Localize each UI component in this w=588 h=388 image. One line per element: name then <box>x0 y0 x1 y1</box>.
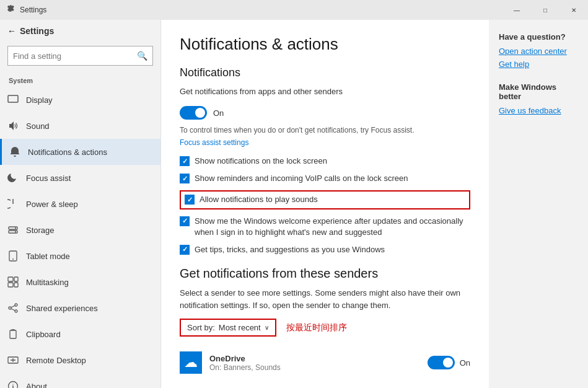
sound-icon <box>7 120 19 131</box>
svg-point-12 <box>9 307 11 309</box>
focus-label: Focus assist <box>26 174 71 183</box>
sidebar-item-sound[interactable]: Sound <box>0 113 160 139</box>
sounds-label: Allow notifications to play sounds <box>200 194 318 205</box>
get-notif-row: Get notifications from apps and other se… <box>180 87 470 100</box>
display-icon <box>7 94 19 105</box>
checkboxes-container: ✓ Show notifications on the lock screen … <box>180 156 470 255</box>
tips-label: Get tips, tricks, and suggestions as you… <box>195 244 385 255</box>
page-title: Notifications & actions <box>180 35 470 54</box>
dropdown-arrow-icon: ∨ <box>265 324 269 331</box>
sort-by-label: Sort by: <box>187 323 215 332</box>
notifications-toggle[interactable] <box>180 106 207 120</box>
svg-rect-0 <box>8 95 18 102</box>
system-label: System <box>0 72 160 87</box>
checkbox-icon-lock-screen[interactable]: ✓ <box>180 156 190 166</box>
voip-label: Show reminders and incoming VoIP calls o… <box>195 173 408 184</box>
remote-label: Remote Desktop <box>26 356 86 365</box>
svg-rect-8 <box>8 283 13 287</box>
sort-dropdown[interactable]: Sort by: Most recent ∨ <box>180 319 276 337</box>
notifications-label: Notifications & actions <box>28 148 107 157</box>
storage-label: Storage <box>26 226 55 235</box>
sidebar-item-focus[interactable]: Focus assist <box>0 165 160 191</box>
sidebar-item-notifications[interactable]: Notifications & actions <box>0 139 160 165</box>
svg-rect-7 <box>8 277 13 281</box>
svg-point-3 <box>15 227 16 229</box>
sender-toggle-thumb <box>443 358 453 368</box>
give-feedback-link[interactable]: Give us feedback <box>499 106 578 115</box>
checkbox-icon-voip[interactable]: ✓ <box>180 174 190 183</box>
sidebar-item-about[interactable]: About <box>0 373 160 388</box>
rp-divider <box>499 73 578 82</box>
get-notif-label: Get notifications from apps and other se… <box>180 87 470 96</box>
sidebar-item-display[interactable]: Display <box>0 87 160 113</box>
main-content: Notifications & actions Notifications Ge… <box>161 20 489 388</box>
svg-rect-14 <box>10 330 16 338</box>
sender-onedrive-row[interactable]: ☁ OneDrive On: Banners, Sounds On <box>180 345 470 380</box>
senders-hint: Select a sender to see more settings. So… <box>180 287 470 311</box>
clipboard-label: Clipboard <box>26 330 61 339</box>
sidebar-item-tablet[interactable]: Tablet mode <box>0 243 160 269</box>
multitasking-label: Multitasking <box>26 278 69 287</box>
checkbox-voip[interactable]: ✓ Show reminders and incoming VoIP calls… <box>180 173 470 184</box>
power-icon <box>7 198 19 209</box>
open-action-center-link[interactable]: Open action center <box>499 46 578 56</box>
minimize-button[interactable]: — <box>502 0 531 20</box>
sidebar-item-power[interactable]: Power & sleep <box>0 191 160 217</box>
checkbox-icon-tips[interactable]: ✓ <box>180 245 190 255</box>
checkbox-icon-sounds[interactable]: ✓ <box>185 195 195 205</box>
checkbox-lock-screen[interactable]: ✓ Show notifications on the lock screen <box>180 156 470 167</box>
maximize-button[interactable]: □ <box>531 0 559 20</box>
close-button[interactable]: ✕ <box>559 0 588 20</box>
shared-label: Shared experiences <box>26 304 98 313</box>
titlebar-left: Settings <box>0 5 46 15</box>
titlebar-title: Settings <box>20 6 46 14</box>
svg-point-11 <box>15 304 17 306</box>
storage-icon <box>7 224 19 236</box>
power-label: Power & sleep <box>26 200 78 209</box>
right-panel: Have a question? Open action center Get … <box>489 20 588 388</box>
tablet-label: Tablet mode <box>26 252 70 261</box>
checkbox-welcome[interactable]: ✓ Show me the Windows welcome experience… <box>180 216 470 238</box>
settings-app-icon <box>5 5 15 15</box>
checkbox-sounds[interactable]: ✓ Allow notifications to play sounds <box>185 194 465 205</box>
checkbox-tips[interactable]: ✓ Get tips, tricks, and suggestions as y… <box>180 244 470 255</box>
sidebar-back-button[interactable]: ← Settings <box>0 20 160 42</box>
search-box[interactable]: 🔍 <box>7 46 153 66</box>
lock-screen-label: Show notifications on the lock screen <box>195 156 327 167</box>
display-label: Display <box>26 95 53 105</box>
multitask-icon <box>7 276 19 288</box>
sender-toggle[interactable] <box>428 356 455 369</box>
search-input[interactable] <box>13 51 133 61</box>
sound-label: Sound <box>26 121 50 131</box>
svg-point-13 <box>15 310 17 312</box>
svg-rect-10 <box>14 283 18 287</box>
sidebar-item-clipboard[interactable]: Clipboard <box>0 321 160 347</box>
remote-icon <box>7 355 19 366</box>
annotation-sort: 按最近时间排序 <box>286 322 347 333</box>
sender-toggle-row[interactable]: On <box>428 356 470 369</box>
about-label: About <box>26 382 47 389</box>
sidebar: ← Settings 🔍 System Display Sound Notifi… <box>0 20 161 388</box>
back-icon: ← <box>7 26 16 36</box>
rp-make-better-title: Make Windows better <box>499 82 578 101</box>
focus-assist-link[interactable]: Focus assist settings <box>180 138 248 147</box>
clipboard-icon <box>7 328 19 340</box>
rp-question-title: Have a question? <box>499 32 578 42</box>
bell-icon <box>9 146 20 157</box>
sidebar-item-storage[interactable]: Storage <box>0 217 160 243</box>
moon-icon <box>7 172 19 183</box>
get-help-link[interactable]: Get help <box>499 60 578 69</box>
titlebar: Settings — □ ✕ <box>0 0 588 20</box>
sidebar-item-multitasking[interactable]: Multitasking <box>0 269 160 295</box>
sender-toggle-label: On <box>460 358 470 368</box>
sidebar-item-shared[interactable]: Shared experiences <box>0 295 160 321</box>
sidebar-item-remote[interactable]: Remote Desktop <box>0 347 160 373</box>
checkbox-icon-welcome[interactable]: ✓ <box>180 216 190 226</box>
sender-name: OneDrive <box>209 354 420 363</box>
senders-section-title: Get notifications from these senders <box>180 267 470 281</box>
titlebar-controls: — □ ✕ <box>502 0 588 20</box>
notifications-toggle-row[interactable]: On <box>180 106 470 120</box>
share-icon <box>7 302 19 314</box>
toggle-on-label: On <box>213 108 224 118</box>
svg-point-4 <box>15 231 16 232</box>
